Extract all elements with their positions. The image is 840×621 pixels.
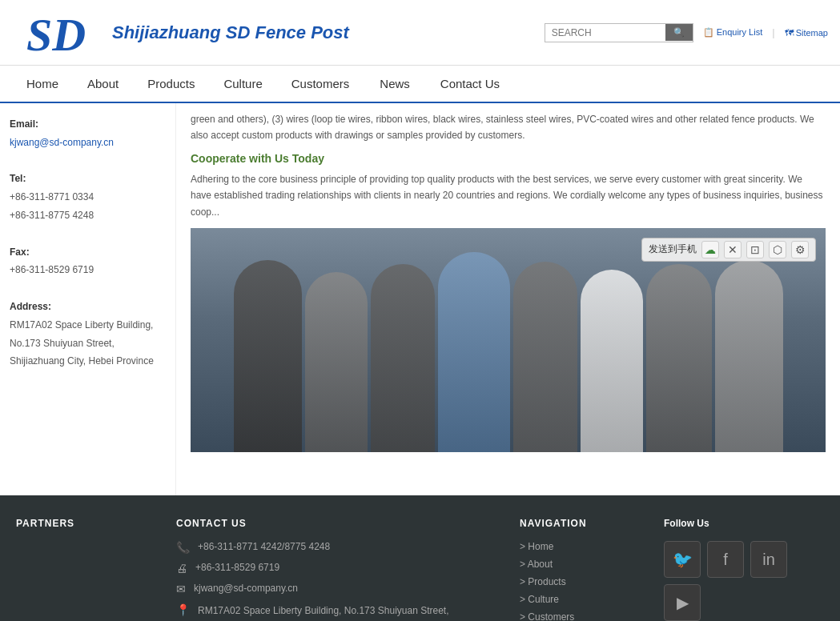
footer-contact: CONTACT US 📞 +86-311-8771 4242/8775 4248…	[176, 518, 504, 621]
float-icon-settings[interactable]: ⚙	[791, 241, 809, 258]
linkedin-icon[interactable]: in	[750, 541, 787, 578]
tel-label: Tel:	[10, 173, 26, 184]
sidebar: Email: kjwang@sd-company.cn Tel: +86-311…	[0, 103, 176, 495]
header: SD Shijiazhuang SD Fence Post 🔍 📋 Enquir…	[0, 0, 840, 66]
footer-partners: PARTNERS	[16, 518, 160, 621]
cooperate-title: Cooperate with Us Today	[191, 152, 826, 165]
footer-address-row: 📍 RM17A02 Space Liberty Building, No.173…	[176, 603, 504, 621]
nav-contact[interactable]: Contact Us	[426, 66, 514, 102]
phone-icon: 📞	[176, 541, 190, 554]
footer-phone: +86-311-8771 4242/8775 4248	[198, 541, 330, 552]
email-label: Email:	[10, 118, 38, 130]
footer-nav-home[interactable]: > Home	[520, 541, 648, 552]
footer-grid: PARTNERS CONTACT US 📞 +86-311-8771 4242/…	[16, 518, 824, 621]
header-center: Shijiazhuang SD Fence Post 🔍 📋 Enquiry L…	[112, 22, 828, 43]
footer-fax: +86-311-8529 6719	[195, 562, 279, 573]
svg-text:SD: SD	[26, 9, 86, 58]
content-area: green and others), (3) wires (loop tie w…	[176, 103, 840, 495]
footer-nav-about[interactable]: > About	[520, 559, 648, 570]
site-title: Shijiazhuang SD Fence Post	[112, 22, 349, 43]
search-button[interactable]: 🔍	[665, 24, 693, 41]
footer-follow: Follow Us 🐦 f in ▶	[664, 518, 824, 621]
footer-email: kjwang@sd-company.cn	[194, 583, 298, 594]
footer-fax-row: 🖨 +86-311-8529 6719	[176, 562, 504, 575]
content-text2: Adhering to the core business principle …	[191, 171, 826, 220]
address-value: RM17A02 Space Liberty Building, No.173 S…	[10, 319, 154, 367]
tel-line2: +86-311-8775 4248	[10, 210, 94, 221]
facebook-icon[interactable]: f	[707, 541, 744, 578]
follow-title: Follow Us	[664, 518, 824, 529]
address-section: Address: RM17A02 Space Liberty Building,…	[10, 298, 166, 371]
enquiry-link[interactable]: 📋 Enquiry List	[703, 27, 763, 38]
footer-email-row: ✉ kjwang@sd-company.cn	[176, 583, 504, 595]
fax-value: +86-311-8529 6719	[10, 264, 94, 275]
nav-news[interactable]: News	[364, 66, 426, 102]
float-icon-close[interactable]: ✕	[724, 241, 742, 258]
nav-customers[interactable]: Customers	[277, 66, 364, 102]
address-label: Address:	[10, 301, 51, 312]
footer-nav-customers[interactable]: > Customers	[520, 611, 648, 621]
fax-label: Fax:	[10, 246, 30, 258]
footer: PARTNERS CONTACT US 📞 +86-311-8771 4242/…	[0, 495, 840, 621]
float-icon-save[interactable]: ⊡	[746, 241, 764, 258]
navbar: Home About Products Culture Customers Ne…	[0, 66, 840, 103]
footer-phone-row: 📞 +86-311-8771 4242/8775 4248	[176, 541, 504, 554]
tel-line1: +86-311-8771 0334	[10, 191, 94, 202]
email-section: Email: kjwang@sd-company.cn	[10, 115, 166, 152]
partners-title: PARTNERS	[16, 518, 160, 529]
footer-address: RM17A02 Space Liberty Building, No.173 S…	[198, 603, 504, 621]
float-toolbar: 发送到手机 ☁ ✕ ⊡ ⬡ ⚙	[641, 238, 816, 262]
nav-about[interactable]: About	[73, 66, 133, 102]
float-toolbar-label: 发送到手机	[649, 242, 697, 256]
social-icons-row: 🐦 f in ▶	[664, 541, 824, 621]
float-icon-share[interactable]: ⬡	[769, 241, 786, 258]
twitter-icon[interactable]: 🐦	[664, 541, 701, 578]
contact-title: CONTACT US	[176, 518, 504, 529]
email-icon: ✉	[176, 583, 186, 595]
nav-culture[interactable]: Culture	[209, 66, 276, 102]
footer-nav-culture[interactable]: > Culture	[520, 594, 648, 605]
footer-nav-products[interactable]: > Products	[520, 576, 648, 587]
search-input[interactable]	[545, 24, 665, 42]
footer-navigation: NAVIGATION > Home > About > Products > C…	[520, 518, 648, 621]
float-icon-cloud[interactable]: ☁	[701, 241, 719, 258]
sitemap-link[interactable]: 🗺 Sitemap	[785, 28, 828, 38]
email-value[interactable]: kjwang@sd-company.cn	[10, 137, 114, 148]
nav-products[interactable]: Products	[133, 66, 209, 102]
fax-icon: 🖨	[176, 562, 187, 575]
tel-section: Tel: +86-311-8771 0334 +86-311-8775 4248	[10, 170, 166, 224]
logo: SD	[12, 6, 100, 58]
content-text1: green and others), (3) wires (loop tie w…	[191, 111, 826, 144]
fax-section: Fax: +86-311-8529 6719	[10, 243, 166, 280]
search-box[interactable]: 🔍	[545, 23, 693, 42]
nav-home[interactable]: Home	[12, 66, 73, 102]
main-container: Email: kjwang@sd-company.cn Tel: +86-311…	[0, 103, 840, 495]
location-icon: 📍	[176, 603, 190, 616]
nav-footer-title: NAVIGATION	[520, 518, 648, 529]
team-photo-container: 发送到手机 ☁ ✕ ⊡ ⬡ ⚙	[191, 228, 826, 452]
youtube-icon[interactable]: ▶	[664, 584, 701, 621]
